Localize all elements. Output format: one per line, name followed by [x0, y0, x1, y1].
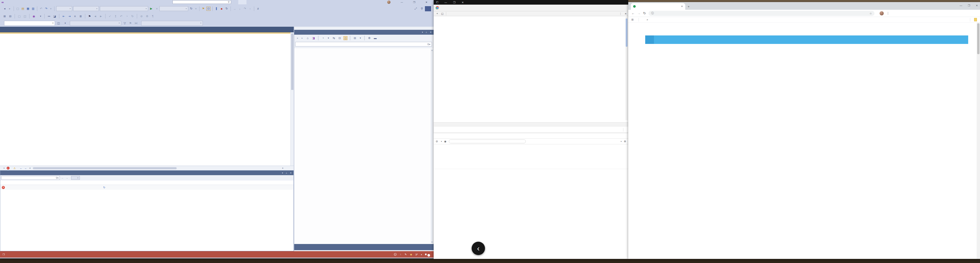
elements-tree[interactable] [434, 16, 625, 121]
watch-add-row[interactable] [0, 190, 293, 194]
solution-platform-dropdown[interactable]: ▾ [73, 6, 99, 11]
refresh-icon[interactable]: ⊡ [337, 36, 342, 40]
clear-console-icon[interactable]: ⊘ [436, 140, 438, 143]
editor-vertical-scrollbar[interactable] [290, 32, 294, 166]
maximize-icon[interactable]: ❒ [453, 1, 455, 4]
prev-issue-icon[interactable]: ← [20, 167, 22, 169]
undo-icon[interactable]: ↶ [39, 7, 43, 11]
editor-horizontal-scrollbar[interactable] [33, 167, 177, 169]
context-selector[interactable]: ▾ [440, 140, 442, 143]
debug-target-dropdown[interactable]: ▾ [159, 6, 188, 11]
console-filter-input[interactable] [449, 139, 526, 143]
solution-tree-scrollbar[interactable]: ▲▼ [431, 49, 433, 244]
minimize-icon[interactable]: — [444, 1, 447, 4]
application-insights-dropdown-icon[interactable]: ▾ [39, 14, 42, 18]
preview-icon[interactable]: ▬ [373, 36, 377, 40]
redo-dropdown-icon[interactable]: ▾ [49, 7, 52, 11]
continue-debug-icon[interactable]: ▶ [149, 7, 153, 11]
branch-indicator[interactable]: ▲ [415, 253, 422, 256]
collapse-dropdown-icon[interactable]: ▾ [359, 36, 362, 40]
elements-scrollbar[interactable] [625, 17, 628, 120]
attach-icon[interactable]: ⚑ [201, 7, 205, 11]
watch-search-input[interactable]: ⚲▾ [1, 176, 60, 180]
restore-icon[interactable]: ⧠ [436, 1, 438, 4]
search-depth-dropdown[interactable]: ▾ [71, 176, 80, 180]
hex-display-icon[interactable]: # [256, 7, 260, 11]
forward-icon[interactable]: ▸ [301, 36, 304, 40]
maximize-icon[interactable]: ❒ [968, 4, 970, 7]
save-icon[interactable]: ▦ [26, 7, 30, 11]
check-in-icon[interactable]: ✓ [108, 14, 112, 18]
pin-icon[interactable]: ⊥ [285, 172, 287, 174]
properties-wrench-icon[interactable]: ⚙ [367, 36, 371, 40]
filter-icon[interactable]: ▽ [123, 21, 127, 25]
address-bar[interactable]: ⓘ ☆ [649, 11, 875, 16]
hot-reload-dropdown-icon[interactable]: ▾ [194, 7, 197, 11]
prev-bookmark-icon[interactable]: ◄ [93, 14, 97, 18]
sync-with-active-document-icon[interactable]: ◫ [344, 36, 347, 40]
navigate-forward-icon[interactable]: ▸ [8, 7, 12, 11]
restart-app-icon[interactable]: ⊡ [207, 7, 210, 11]
device-toolbar-icon[interactable]: ◱ [440, 12, 445, 15]
bookmark-star-icon[interactable]: ☆ [869, 12, 872, 15]
copy-window-icon[interactable]: ◪ [52, 14, 57, 18]
collapse-all-icon[interactable]: ⊟ [353, 36, 357, 40]
shelve-icon[interactable]: ↥ [113, 14, 118, 18]
new-file-icon[interactable]: ▢ [16, 7, 20, 11]
filter-dropdown-icon[interactable]: ▾ [327, 36, 330, 40]
show-next-statement-icon[interactable]: → [232, 7, 237, 11]
vs-maximize-button[interactable]: ❒ [410, 0, 418, 4]
startup-project-dropdown[interactable]: ▾ [100, 6, 148, 11]
admin-button[interactable] [425, 6, 431, 11]
background-tasks-icon[interactable]: ❒ [3, 253, 5, 256]
step-out-icon[interactable]: ↑ [248, 7, 252, 11]
step-over-icon[interactable]: ↷ [243, 7, 247, 11]
process-dropdown[interactable]: ▾ [4, 21, 55, 26]
new-item-icon[interactable]: ▢ [17, 14, 21, 18]
bookmark-icon[interactable]: ⚑ [88, 14, 92, 18]
continue-dropdown-icon[interactable]: ▾ [155, 7, 158, 11]
console-message[interactable] [434, 164, 628, 169]
tab-close-icon[interactable]: ✕ [681, 5, 683, 8]
pin-icon[interactable]: ⊥ [425, 31, 427, 33]
push-indicator[interactable]: ↑ [400, 253, 402, 256]
add-user-icon[interactable]: ⚲ [420, 7, 424, 11]
lifecycle-dropdown-icon[interactable]: ▾ [64, 21, 67, 25]
bookmarks-overflow-icon[interactable]: » [646, 18, 648, 21]
reading-list-note-icon[interactable] [974, 18, 977, 21]
project-indicator[interactable]: ◆ [410, 253, 414, 256]
window-position-icon[interactable]: ▾ [422, 31, 423, 33]
page-scrollbar[interactable] [977, 22, 980, 259]
refresh-icon[interactable]: ↻ [130, 14, 135, 18]
vs-close-button[interactable]: ✕ [422, 0, 431, 4]
apps-shortcut[interactable]: ⊞ [632, 18, 635, 21]
code-editor[interactable] [0, 32, 294, 166]
window-position-icon[interactable]: ▾ [282, 172, 283, 174]
devtools-close-icon[interactable]: ✕ [623, 12, 628, 15]
undo-changes-icon[interactable]: ↶ [119, 14, 123, 18]
edits-indicator[interactable]: ✎ [405, 253, 408, 256]
pending-changes-filter-icon[interactable]: ◔ [321, 36, 325, 40]
browser-tab[interactable]: ✕ [631, 3, 685, 10]
back-icon[interactable]: ← [632, 11, 635, 15]
next-bookmark-icon[interactable]: ► [99, 14, 103, 18]
console-settings-icon[interactable]: ⚙ [624, 140, 626, 143]
build-project-icon[interactable]: ⊞ [3, 14, 7, 18]
forward-icon[interactable]: → [637, 11, 641, 15]
refresh-value-icon[interactable]: ↻ [103, 186, 105, 189]
sync-icon[interactable]: ⇆ [332, 36, 336, 40]
solution-explorer-search[interactable]: ⚲▾ [295, 42, 432, 46]
find-icon[interactable]: ◫ [23, 14, 27, 18]
stop-debug-icon[interactable]: ■ [220, 7, 224, 11]
flag-filter-icon[interactable]: ⚑ [128, 21, 132, 25]
comment-icon[interactable]: ≡ [73, 14, 77, 18]
history-icon[interactable]: ◔ [125, 14, 129, 18]
page-info-icon[interactable]: ⓘ [651, 11, 654, 15]
application-insights-icon[interactable]: ◉ [32, 14, 36, 18]
uncomment-icon[interactable]: ≣ [79, 14, 83, 18]
hot-reload-icon[interactable]: ↻ [189, 7, 193, 11]
minimize-icon[interactable]: — [960, 4, 962, 7]
inspect-element-icon[interactable]: ⌖ [435, 12, 440, 15]
back-overlay-button[interactable]: ‹ [472, 242, 485, 255]
indent-decrease-icon[interactable]: ⇤ [62, 14, 66, 18]
